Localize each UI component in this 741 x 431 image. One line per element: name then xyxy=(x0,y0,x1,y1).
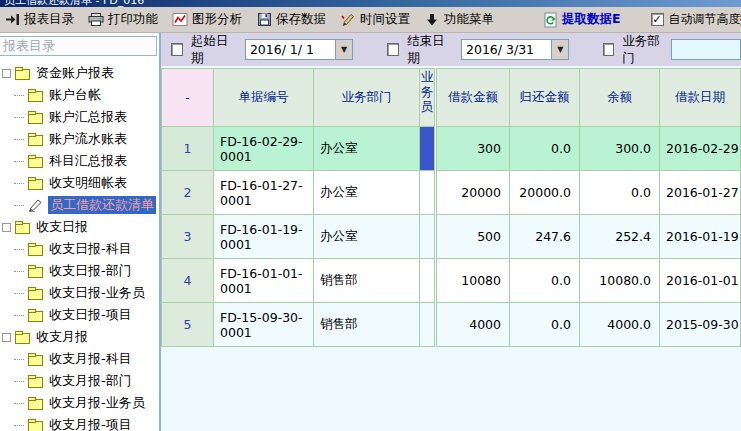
sidebar-item-subject-summary[interactable]: 科目汇总报表 xyxy=(0,150,159,172)
col-header-date[interactable]: 借款日期 xyxy=(660,69,741,127)
folder-icon xyxy=(28,267,43,278)
sidebar-item-daily-report[interactable]: 收支日报 xyxy=(0,216,159,238)
auto-height-label: 自动调节高度 xyxy=(669,11,741,28)
col-header-index[interactable]: - xyxy=(162,69,214,127)
tree-expand-icon[interactable] xyxy=(2,223,11,232)
tree-expand-icon[interactable] xyxy=(2,333,11,342)
app-window: 员工借款还款清单 - FD_016 报表目录 打印功能 图形分析 保存数据 xyxy=(0,0,741,431)
end-date-combo[interactable]: 2016/ 3/31 ▼ xyxy=(461,39,569,60)
selected-cell[interactable] xyxy=(420,127,436,171)
department-label: 业务部门 xyxy=(622,33,663,66)
main-panel: 起始日期 2016/ 1/ 1 ▼ 结束日期 2016/ 3/31 ▼ xyxy=(161,33,741,431)
chart-analysis-label: 图形分析 xyxy=(192,11,242,28)
folder-icon xyxy=(28,245,43,256)
extract-data-button[interactable]: 提取数据E xyxy=(542,11,621,28)
table-row[interactable]: 5 FD-15-09-30-0001 销售部 4000 0.0 4000.0 2… xyxy=(162,303,741,347)
folder-icon xyxy=(28,377,43,388)
folder-icon xyxy=(15,69,30,80)
folder-icon xyxy=(28,157,43,168)
department-filter: 业务部门 xyxy=(603,33,741,66)
table-row[interactable]: 3 FD-16-01-19-0001 办公室 500 247.6 252.4 2… xyxy=(162,215,741,259)
sidebar-header: 报表目录 xyxy=(0,36,157,56)
chart-analysis-button[interactable]: 图形分析 xyxy=(170,9,248,30)
chevron-down-icon[interactable]: ▼ xyxy=(335,40,352,59)
col-header-balance[interactable]: 余额 xyxy=(580,69,660,127)
table-row[interactable]: 4 FD-16-01-01-0001 销售部 10080 0.0 10080.0… xyxy=(162,259,741,303)
col-header-repaid[interactable]: 归还金额 xyxy=(510,69,580,127)
sidebar-item-monthly-subject[interactable]: 收支月报-科目 xyxy=(0,348,159,370)
table-row[interactable]: 1 FD-16-02-29-0001 办公室 300 0.0 300.0 201… xyxy=(162,127,741,171)
folder-icon xyxy=(28,135,43,146)
menu-arrow-icon xyxy=(424,12,440,28)
chevron-down-icon[interactable]: ▼ xyxy=(551,40,568,59)
save-icon xyxy=(256,12,272,28)
sidebar-item-daily-project[interactable]: 收支日报-项目 xyxy=(0,304,159,326)
end-date-label: 结束日期 xyxy=(407,33,453,66)
sidebar-item-account-summary[interactable]: 账户汇总报表 xyxy=(0,106,159,128)
report-directory-label: 报表目录 xyxy=(24,11,74,28)
extract-data-label: 提取数据E xyxy=(562,11,621,28)
sidebar-item-daily-department[interactable]: 收支日报-部门 xyxy=(0,260,159,282)
folder-icon xyxy=(28,289,43,300)
printer-icon xyxy=(88,12,104,28)
folder-icon xyxy=(28,179,43,190)
sidebar-item-account-ledger[interactable]: 账户台帐 xyxy=(0,84,159,106)
department-input[interactable] xyxy=(671,39,741,60)
sidebar-item-monthly-report[interactable]: 收支月报 xyxy=(0,326,159,348)
end-date-value: 2016/ 3/31 xyxy=(462,40,551,59)
end-date-checkbox[interactable] xyxy=(387,43,399,56)
sidebar-item-monthly-agent[interactable]: 收支月报-业务员 xyxy=(0,392,159,414)
sidebar-item-employee-loan-repayment[interactable]: 员工借款还款清单 xyxy=(0,194,159,216)
function-menu-label: 功能菜单 xyxy=(444,11,494,28)
time-settings-icon xyxy=(340,12,356,28)
loan-table-wrap: - 单据编号 业务部门 业务员 借款金额 归还金额 余额 借款日期 1 FD-1… xyxy=(161,68,741,347)
folder-icon xyxy=(28,421,43,431)
auto-height-toggle[interactable]: 自动调节高度 xyxy=(651,11,741,28)
window-titlebar: 员工借款还款清单 - FD_016 xyxy=(0,0,741,7)
report-directory-icon xyxy=(4,12,20,28)
pen-icon xyxy=(28,198,44,212)
time-settings-button[interactable]: 时间设置 xyxy=(338,9,416,30)
col-header-agent[interactable]: 业务员 xyxy=(420,69,436,127)
start-date-combo[interactable]: 2016/ 1/ 1 ▼ xyxy=(245,39,353,60)
start-date-value: 2016/ 1/ 1 xyxy=(246,40,335,59)
folder-icon xyxy=(28,91,43,102)
toolbar: 报表目录 打印功能 图形分析 保存数据 时间设置 xyxy=(0,7,741,33)
refresh-page-icon xyxy=(542,12,558,28)
table-row[interactable]: 2 FD-16-01-27-0001 办公室 20000 20000.0 0.0… xyxy=(162,171,741,215)
chart-analysis-icon xyxy=(172,12,188,28)
filter-bar: 起始日期 2016/ 1/ 1 ▼ 结束日期 2016/ 3/31 ▼ xyxy=(161,33,741,66)
tree-expand-icon[interactable] xyxy=(2,69,11,78)
col-header-loan[interactable]: 借款金额 xyxy=(436,69,510,127)
save-data-button[interactable]: 保存数据 xyxy=(254,9,332,30)
start-date-label: 起始日期 xyxy=(191,33,237,66)
sidebar-item-monthly-department[interactable]: 收支月报-部门 xyxy=(0,370,159,392)
report-tree: 资金账户报表 账户台帐 账户汇总报表 账户流水账表 xyxy=(0,62,159,431)
folder-icon xyxy=(28,113,43,124)
save-data-label: 保存数据 xyxy=(276,11,326,28)
report-directory-button[interactable]: 报表目录 xyxy=(2,9,80,30)
folder-icon xyxy=(28,399,43,410)
folder-icon xyxy=(15,333,30,344)
window-title: 员工借款还款清单 - FD_016 xyxy=(4,0,144,7)
folder-icon xyxy=(28,311,43,322)
folder-icon xyxy=(15,223,30,234)
start-date-checkbox[interactable] xyxy=(171,43,183,56)
sidebar-item-monthly-project[interactable]: 收支月报-项目 xyxy=(0,414,159,431)
sidebar-item-daily-agent[interactable]: 收支日报-业务员 xyxy=(0,282,159,304)
loan-table: - 单据编号 业务部门 业务员 借款金额 归还金额 余额 借款日期 1 FD-1… xyxy=(161,68,741,347)
sidebar-item-account-flow[interactable]: 账户流水账表 xyxy=(0,128,159,150)
col-header-doc-no[interactable]: 单据编号 xyxy=(214,69,314,127)
print-label: 打印功能 xyxy=(108,11,158,28)
function-menu-button[interactable]: 功能菜单 xyxy=(422,9,500,30)
sidebar: 报表目录 资金账户报表 账户台帐 账户汇总报表 xyxy=(0,33,161,431)
sidebar-item-capital-account-reports[interactable]: 资金账户报表 xyxy=(0,62,159,84)
end-date-filter: 结束日期 2016/ 3/31 ▼ xyxy=(387,33,569,66)
auto-height-checkbox[interactable] xyxy=(651,13,664,26)
sidebar-item-income-expense-detail[interactable]: 收支明细帐表 xyxy=(0,172,159,194)
sidebar-item-daily-subject[interactable]: 收支日报-科目 xyxy=(0,238,159,260)
print-button[interactable]: 打印功能 xyxy=(86,9,164,30)
department-checkbox[interactable] xyxy=(603,43,614,56)
col-header-dept[interactable]: 业务部门 xyxy=(314,69,420,127)
time-settings-label: 时间设置 xyxy=(360,11,410,28)
